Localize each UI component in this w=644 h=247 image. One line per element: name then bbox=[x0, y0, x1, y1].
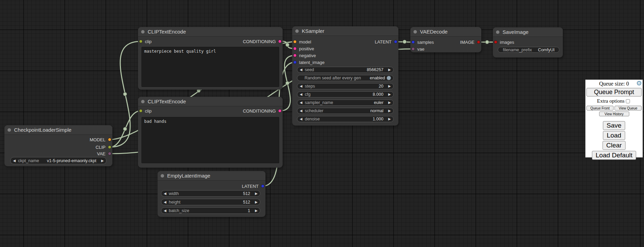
decrement-arrow-icon[interactable]: ◀ bbox=[164, 192, 166, 195]
node-titlebar[interactable]: EmptyLatentImage bbox=[158, 171, 265, 181]
clear-button[interactable]: Clear bbox=[603, 141, 626, 150]
view-queue-button[interactable]: View Queue bbox=[615, 106, 642, 110]
samples-input-port[interactable] bbox=[411, 40, 415, 44]
clip-input-port[interactable] bbox=[139, 109, 143, 113]
node-titlebar[interactable]: VAEDecode bbox=[410, 27, 481, 37]
output-slot-vae: VAE bbox=[97, 151, 111, 156]
decrement-arrow-icon[interactable]: ◀ bbox=[164, 200, 166, 204]
widget-height[interactable]: ◀ height 512 ▶ bbox=[161, 199, 260, 205]
vae-output-port[interactable] bbox=[108, 152, 111, 155]
settings-gear-icon[interactable]: ⚙ bbox=[636, 80, 642, 88]
model-output-port[interactable] bbox=[108, 138, 111, 141]
queue-prompt-button[interactable]: Queue Prompt bbox=[586, 88, 642, 96]
increment-arrow-icon[interactable]: ▶ bbox=[255, 209, 258, 212]
collapse-dot-icon[interactable] bbox=[295, 29, 299, 33]
node-titlebar[interactable]: CLIPTextEncode bbox=[138, 97, 283, 106]
decrement-arrow-icon[interactable]: ◀ bbox=[300, 84, 302, 88]
positive-prompt-textarea[interactable]: masterpiece best quality girl bbox=[141, 47, 279, 87]
clip-input-port[interactable] bbox=[139, 40, 143, 43]
widget-ckpt-name[interactable]: ◀ ckpt_name v1-5-pruned-emaonly.ckpt ▶ bbox=[10, 157, 107, 164]
decrement-arrow-icon[interactable]: ◀ bbox=[300, 93, 302, 96]
queue-front-button[interactable]: Queue Front bbox=[586, 106, 614, 110]
save-button[interactable]: Save bbox=[603, 121, 625, 130]
increment-arrow-icon[interactable]: ▶ bbox=[101, 159, 104, 162]
slot-label: LATENT bbox=[242, 184, 259, 189]
widget-value: v1-5-pruned-emaonly.ckpt bbox=[39, 158, 101, 163]
increment-arrow-icon[interactable]: ▶ bbox=[255, 200, 258, 204]
clip-output-port[interactable] bbox=[108, 145, 111, 149]
model-input-port[interactable] bbox=[293, 40, 297, 43]
node-empty-latent-image[interactable]: EmptyLatentImage LATENT ◀ width 512 ▶ ◀ … bbox=[158, 171, 265, 217]
decrement-arrow-icon[interactable]: ◀ bbox=[300, 101, 302, 104]
latent-output-port[interactable] bbox=[394, 40, 397, 43]
latent-image-input-port[interactable] bbox=[293, 61, 297, 64]
conditioning-output-port[interactable] bbox=[278, 40, 282, 43]
widget-seed[interactable]: ◀ seed 8566257 ▶ bbox=[297, 67, 394, 73]
widget-cfg[interactable]: ◀ cfg 8.000 ▶ bbox=[297, 91, 394, 98]
decrement-arrow-icon[interactable]: ◀ bbox=[300, 117, 302, 121]
slot-label: CONDITIONING bbox=[243, 108, 276, 114]
increment-arrow-icon[interactable]: ▶ bbox=[388, 84, 391, 88]
load-button[interactable]: Load bbox=[603, 131, 625, 140]
images-input-port[interactable] bbox=[494, 40, 497, 44]
widget-value: 8.000 bbox=[310, 92, 388, 97]
decrement-arrow-icon[interactable]: ◀ bbox=[300, 109, 302, 113]
decrement-arrow-icon[interactable]: ◀ bbox=[164, 209, 166, 212]
collapse-dot-icon[interactable] bbox=[413, 30, 417, 34]
comfyui-canvas[interactable]: { "colors": { "wire": "#b4c7a9", "port_m… bbox=[0, 0, 644, 247]
collapse-dot-icon[interactable] bbox=[8, 128, 11, 132]
collapse-dot-icon[interactable] bbox=[496, 30, 499, 34]
node-titlebar[interactable]: CLIPTextEncode bbox=[138, 27, 283, 37]
widget-filename-prefix[interactable]: filename_prefix ComfyUI bbox=[498, 47, 559, 53]
increment-arrow-icon[interactable]: ▶ bbox=[388, 117, 391, 121]
widget-scheduler[interactable]: ◀ scheduler normal ▶ bbox=[297, 108, 394, 114]
node-titlebar[interactable]: KSampler bbox=[292, 26, 398, 36]
node-clip-text-encode-positive[interactable]: CLIPTextEncode clip CONDITIONING masterp… bbox=[138, 27, 283, 90]
extra-options-checkbox[interactable] bbox=[626, 99, 630, 103]
increment-arrow-icon[interactable]: ▶ bbox=[388, 68, 391, 72]
slot-label: positive bbox=[299, 46, 314, 51]
latent-output-port[interactable] bbox=[261, 184, 264, 188]
vae-input-port[interactable] bbox=[411, 47, 415, 51]
node-titlebar[interactable]: SaveImage bbox=[493, 27, 563, 37]
widget-width[interactable]: ◀ width 512 ▶ bbox=[161, 190, 260, 197]
node-vae-decode[interactable]: VAEDecode samples vae IMAGE bbox=[410, 27, 481, 52]
node-titlebar[interactable]: CheckpointLoaderSimple bbox=[4, 125, 112, 135]
negative-input-port[interactable] bbox=[293, 54, 297, 57]
conditioning-output-port[interactable] bbox=[278, 109, 282, 113]
widget-denoise[interactable]: ◀ denoise 1.000 ▶ bbox=[297, 116, 394, 122]
collapse-dot-icon[interactable] bbox=[141, 100, 145, 103]
widget-steps[interactable]: ◀ steps 20 ▶ bbox=[297, 83, 394, 89]
toggle-enabled-icon[interactable] bbox=[387, 76, 391, 80]
node-title: SaveImage bbox=[503, 29, 529, 35]
increment-arrow-icon[interactable]: ▶ bbox=[388, 101, 391, 104]
increment-arrow-icon[interactable]: ▶ bbox=[388, 109, 391, 113]
output-slot-conditioning: CONDITIONING bbox=[243, 39, 282, 44]
negative-prompt-textarea[interactable]: bad hands bbox=[141, 117, 279, 163]
node-clip-text-encode-negative[interactable]: CLIPTextEncode clip CONDITIONING bad han… bbox=[138, 97, 283, 168]
output-slot-latent: LATENT bbox=[375, 39, 397, 44]
increment-arrow-icon[interactable]: ▶ bbox=[388, 93, 391, 96]
widget-label: width bbox=[169, 191, 179, 196]
node-ksampler[interactable]: KSampler model positive negative latent_… bbox=[292, 26, 398, 126]
increment-arrow-icon[interactable]: ▶ bbox=[255, 192, 258, 195]
widget-batch-size[interactable]: ◀ batch_size 1 ▶ bbox=[161, 207, 260, 214]
node-title: CLIPTextEncode bbox=[148, 99, 186, 104]
positive-input-port[interactable] bbox=[293, 47, 297, 50]
widget-random-seed-toggle[interactable]: Random seed after every gen enabled bbox=[297, 75, 394, 81]
load-default-button[interactable]: Load Default bbox=[592, 151, 636, 160]
widget-value: 8566257 bbox=[314, 67, 388, 72]
widget-label: denoise bbox=[305, 117, 320, 121]
collapse-dot-icon[interactable] bbox=[161, 174, 164, 178]
image-output-port[interactable] bbox=[477, 40, 480, 44]
decrement-arrow-icon[interactable]: ◀ bbox=[13, 159, 16, 162]
collapse-dot-icon[interactable] bbox=[141, 30, 145, 34]
node-save-image[interactable]: SaveImage images filename_prefix ComfyUI bbox=[493, 27, 563, 57]
input-slot-model: model bbox=[293, 39, 311, 44]
link-midpoint-dot bbox=[403, 40, 407, 44]
widget-sampler-name[interactable]: ◀ sampler_name euler ▶ bbox=[297, 100, 394, 106]
decrement-arrow-icon[interactable]: ◀ bbox=[300, 68, 302, 72]
node-checkpoint-loader[interactable]: CheckpointLoaderSimple MODEL CLIP VAE ◀ … bbox=[4, 125, 112, 166]
view-history-button[interactable]: View History bbox=[599, 112, 629, 116]
widget-value: ComfyUI bbox=[532, 48, 557, 52]
